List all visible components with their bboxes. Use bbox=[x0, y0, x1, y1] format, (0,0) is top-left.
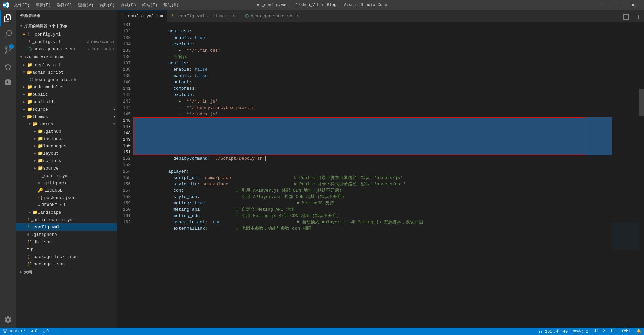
restore-button[interactable]: □ bbox=[610, 0, 625, 10]
open-editor-config-icarus[interactable]: ! _config.yml themes\icarus bbox=[16, 38, 117, 45]
includes-icon: 📁 bbox=[38, 136, 43, 141]
open-editor-config-main[interactable]: ● ! _config.yml bbox=[16, 30, 117, 38]
sidebar: 资源管理器 ▼ 打开的编辑器 1个未保存 ● ! _config.yml ! _… bbox=[16, 10, 117, 328]
sidebar-item-themes[interactable]: ▼ 📂 themes ● bbox=[16, 113, 117, 120]
sidebar-item-config-icarus[interactable]: ! _config.yml bbox=[16, 172, 117, 179]
status-errors[interactable]: ⊗ 0 bbox=[28, 328, 40, 335]
icarus-icon: 📂 bbox=[32, 121, 38, 127]
tab-config-icarus[interactable]: ! _config.yml ...\icarus × bbox=[167, 10, 241, 22]
scripts-arrow: ▶ bbox=[32, 157, 38, 164]
code-line-158: meting: true # MetingJS 支持 bbox=[133, 194, 612, 200]
sidebar-item-public[interactable]: ▶ 📁 public bbox=[16, 91, 117, 98]
open-editor-hexo-label: hexo-generate.sh bbox=[33, 47, 88, 52]
sidebar-item-includes[interactable]: ▶ 📁 includes bbox=[16, 135, 117, 142]
code-line-156: cdn: # 引用 APlayer.js 外部 CDN 地址 (默认不开启) bbox=[133, 181, 612, 187]
activity-debug[interactable] bbox=[0, 58, 16, 74]
n-label: n bbox=[31, 247, 117, 252]
activity-explorer[interactable] bbox=[0, 10, 16, 26]
sidebar-item-gitignore-icarus[interactable]: ◈ .gitignore bbox=[16, 179, 117, 187]
tab-config-icarus-close[interactable]: × bbox=[231, 13, 237, 19]
open-editor-hexo-icon: ⬡ bbox=[28, 46, 32, 52]
menu-view[interactable]: 查看(V) bbox=[75, 2, 96, 9]
tab-config-main[interactable]: ! _config.yml \ bbox=[117, 10, 167, 22]
minimize-button[interactable]: — bbox=[594, 0, 610, 10]
sidebar-item-scripts[interactable]: ▶ 📁 scripts bbox=[16, 157, 117, 164]
tab-hexo-sh[interactable]: ⬡ hexo-generate.sh × bbox=[241, 10, 305, 22]
sidebar-item-package-lock[interactable]: {} package-lock.json bbox=[16, 253, 117, 260]
scripts-label: scripts bbox=[43, 158, 117, 163]
menu-terminal[interactable]: 终端(T) bbox=[140, 2, 160, 9]
open-editor-hexo[interactable]: ⬡ hexo-generate.sh admin_script bbox=[16, 45, 117, 53]
status-notifications[interactable]: 🔔 bbox=[634, 329, 644, 334]
project-arrow: ▼ bbox=[19, 53, 24, 61]
admin-config-label: _admin-config.yml bbox=[31, 217, 117, 222]
hexo-sh-icon: ⬡ bbox=[30, 77, 33, 82]
icarus-label: icarus bbox=[38, 122, 112, 127]
sidebar-item-deploy-git[interactable]: ▶ 📁 .deploy_git bbox=[16, 61, 117, 69]
status-errors-icon: ⊗ bbox=[31, 329, 33, 334]
close-button[interactable]: ✕ bbox=[625, 0, 641, 10]
activity-scm[interactable]: 6 bbox=[0, 42, 16, 58]
open-editors-label: 打开的编辑器 bbox=[24, 24, 47, 29]
menu-select[interactable]: 选择(S) bbox=[54, 2, 75, 9]
code-line-133: exclude: bbox=[133, 35, 612, 41]
code-line-143: - '**/jquery.fancybox.pack.js' bbox=[133, 98, 612, 105]
code-line-159: meting_api: # 自定义 Meting API 地址 bbox=[133, 200, 612, 206]
sidebar-item-config-root[interactable]: ! _config.yml bbox=[16, 223, 117, 231]
sidebar-content[interactable]: ▼ 打开的编辑器 1个未保存 ● ! _config.yml ! _config… bbox=[16, 22, 117, 328]
includes-label: includes bbox=[43, 136, 117, 141]
status-branch[interactable]: master* bbox=[0, 328, 28, 335]
sidebar-item-gitignore-root[interactable]: ◈ .gitignore bbox=[16, 231, 117, 238]
tab-hexo-sh-close[interactable]: × bbox=[294, 13, 301, 19]
status-language[interactable]: YAML bbox=[619, 329, 634, 333]
status-indent[interactable]: 空格: 2 bbox=[570, 329, 591, 334]
sidebar-item-layout[interactable]: ▶ 📁 layout bbox=[16, 150, 117, 157]
activity-settings[interactable] bbox=[0, 312, 16, 328]
main-container: 6 资源管理器 ▼ 打开的编辑器 1个未保存 bbox=[0, 10, 644, 328]
sidebar-item-hexo-sh[interactable]: ⬡ hexo-generate.sh bbox=[16, 76, 117, 83]
sidebar-item-db-json[interactable]: {} db.json bbox=[16, 238, 117, 246]
split-editor-button[interactable] bbox=[621, 12, 631, 22]
sidebar-item-scaffolds[interactable]: ▶ 📁 scaffolds bbox=[16, 98, 117, 106]
source-icarus-arrow: ▶ bbox=[32, 164, 38, 172]
sidebar-item-source[interactable]: ▶ 📁 source ● bbox=[16, 106, 117, 113]
sidebar-item-node-modules[interactable]: ▶ 📁 node_modules bbox=[16, 83, 117, 91]
outline-header[interactable]: ▶ 大纲 bbox=[16, 268, 117, 276]
menu-file[interactable]: 文件(F) bbox=[11, 2, 32, 9]
status-eol[interactable]: LF bbox=[608, 329, 619, 333]
project-header[interactable]: ▼ 17SHOU_VIP'S BLOG bbox=[16, 53, 117, 61]
menu-goto[interactable]: 转到(G) bbox=[97, 2, 117, 9]
sidebar-item-github[interactable]: ▶ 📁 .github bbox=[16, 128, 117, 135]
gitignore-root-label: .gitignore bbox=[31, 232, 117, 237]
sidebar-item-source-icarus[interactable]: ▶ 📁 source bbox=[16, 164, 117, 172]
sidebar-item-admin-script[interactable]: ▼ 📂 admin_script bbox=[16, 69, 117, 76]
status-encoding[interactable]: UTF-8 bbox=[591, 329, 608, 333]
status-indent-label: 空格: 2 bbox=[573, 329, 588, 334]
sidebar-item-admin-config[interactable]: ! _admin-config.yml bbox=[16, 216, 117, 223]
config-root-icon: ! bbox=[27, 225, 30, 230]
activity-search[interactable] bbox=[0, 26, 16, 42]
sidebar-item-languages[interactable]: ▶ 📁 languages bbox=[16, 142, 117, 150]
open-editor-icarus-icon: ! bbox=[28, 39, 31, 44]
status-cursor[interactable]: 行 151，列 40 bbox=[536, 329, 570, 334]
menu-edit[interactable]: 编辑(E) bbox=[33, 2, 54, 9]
menu-help[interactable]: 帮助(H) bbox=[161, 2, 181, 9]
sidebar-item-readme[interactable]: ≡ README.md bbox=[16, 201, 117, 209]
toggle-sidebar-button[interactable] bbox=[632, 12, 641, 22]
sidebar-item-landscape[interactable]: ▶ 📁 landscape bbox=[16, 209, 117, 216]
sidebar-item-package-root[interactable]: {} package.json bbox=[16, 260, 117, 268]
sidebar-item-icarus[interactable]: ▼ 📂 icarus M bbox=[16, 120, 117, 128]
gitignore-icarus-icon: ◈ bbox=[38, 180, 40, 186]
tab-hexo-sh-icon: ⬡ bbox=[245, 13, 249, 19]
editor-scrollbar[interactable] bbox=[639, 22, 644, 328]
open-editors-header[interactable]: ▼ 打开的编辑器 1个未保存 bbox=[16, 22, 117, 30]
status-warnings-count: 0 bbox=[46, 329, 49, 334]
code-line-137: enable: false bbox=[133, 60, 612, 66]
status-warnings[interactable]: ⚠ 0 bbox=[40, 328, 51, 335]
sidebar-item-n[interactable]: ≡ n bbox=[16, 246, 117, 253]
menu-debug[interactable]: 调试(D) bbox=[118, 2, 139, 9]
activity-extensions[interactable] bbox=[0, 74, 16, 90]
sidebar-item-license[interactable]: 🔑 LICENSE bbox=[16, 187, 117, 194]
code-area[interactable]: neat_css: enable: true exclude: - '**/*.… bbox=[133, 22, 612, 328]
sidebar-item-package-icarus[interactable]: {} package.json bbox=[16, 194, 117, 201]
